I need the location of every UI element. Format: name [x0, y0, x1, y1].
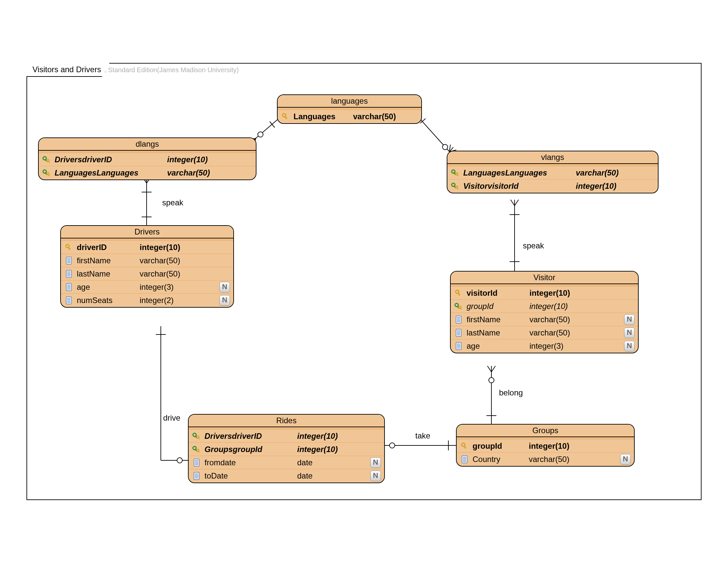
svg-rect-79	[456, 329, 461, 337]
column-type: integer(10)	[140, 243, 199, 252]
entity-title: Visitor	[451, 271, 638, 284]
column-type: varchar(50)	[140, 256, 199, 265]
svg-rect-47	[66, 257, 71, 264]
column-icon	[454, 342, 463, 350]
svg-rect-97	[194, 459, 199, 466]
column-type: integer(10)	[297, 445, 363, 454]
entity-dlangs[interactable]: dlangs DriversdriverIDinteger(10)Languag…	[38, 137, 256, 180]
column-name: groupId	[467, 302, 523, 311]
entity-visitor[interactable]: Visitor visitorIdinteger(10)groupIdinteg…	[450, 271, 639, 353]
column-type: varchar(50)	[353, 112, 413, 121]
column-icon	[454, 329, 463, 337]
nullable-badge: N	[219, 282, 230, 293]
entity-title: languages	[278, 95, 421, 108]
column-type: varchar(50)	[529, 328, 592, 338]
entity-title: vlangs	[447, 151, 658, 164]
svg-rect-110	[462, 456, 467, 463]
column-name: driverID	[77, 243, 133, 252]
foreign-key-icon	[42, 169, 51, 176]
foreign-key-icon	[454, 303, 463, 310]
column-name: lastName	[77, 269, 133, 278]
entity-languages[interactable]: languages Languagesvarchar(50)	[277, 94, 422, 124]
column-type: integer(10)	[297, 432, 363, 441]
foreign-key-icon	[42, 156, 51, 163]
column-type: varchar(50)	[529, 315, 592, 324]
column-icon	[192, 472, 201, 480]
table-column: toDatedateN	[189, 469, 384, 483]
column-name: visitorId	[467, 289, 523, 298]
table-column: LanguagesLanguagesvarchar(50)	[447, 166, 658, 179]
table-column: DriversdriverIDinteger(10)	[189, 430, 384, 443]
entity-drivers[interactable]: Drivers driverIDinteger(10)firstNamevarc…	[60, 225, 234, 308]
column-name: age	[467, 342, 523, 351]
table-column: lastNamevarchar(50)	[61, 267, 233, 280]
svg-rect-102	[194, 472, 199, 480]
column-icon	[454, 316, 463, 324]
column-name: GroupsgroupId	[205, 445, 291, 454]
diagram-canvas: Visual Paradigm for UML Standard Edition…	[0, 0, 728, 563]
rel-label-speak-drivers: speak	[162, 198, 183, 207]
svg-rect-62	[66, 297, 71, 304]
column-name: LanguagesLanguages	[463, 168, 569, 177]
table-column: numSeatsinteger(2)N	[61, 294, 233, 307]
column-name: lastName	[467, 328, 523, 338]
column-name: VisitorvisitorId	[463, 181, 569, 191]
entity-vlangs[interactable]: vlangs LanguagesLanguagesvarchar(50)Visi…	[447, 151, 659, 193]
column-name: numSeats	[77, 296, 133, 305]
primary-key-icon	[64, 244, 73, 251]
column-icon	[64, 257, 73, 264]
column-name: DriversdriverID	[205, 432, 291, 441]
column-name: firstName	[467, 315, 523, 324]
column-icon	[64, 270, 73, 278]
column-name: DriversdriverID	[55, 155, 160, 164]
column-type: integer(10)	[529, 442, 592, 451]
column-type: integer(10)	[167, 155, 227, 164]
primary-key-icon	[460, 443, 469, 450]
column-type: varchar(50)	[576, 168, 635, 177]
nullable-badge: N	[624, 341, 635, 352]
table-column: DriversdriverIDinteger(10)	[39, 153, 256, 166]
svg-rect-84	[456, 343, 461, 350]
column-type: varchar(50)	[140, 269, 199, 278]
diagram-title: Visitors and Drivers	[26, 63, 110, 77]
table-column: Countryvarchar(50)N	[457, 453, 634, 466]
column-name: groupId	[473, 442, 522, 451]
column-icon	[192, 459, 201, 467]
column-type: integer(3)	[140, 283, 199, 292]
nullable-badge: N	[624, 314, 635, 325]
column-type: date	[297, 458, 363, 467]
column-type: integer(3)	[529, 342, 592, 351]
table-column: firstNamevarchar(50)	[61, 254, 233, 267]
foreign-key-icon	[451, 182, 460, 190]
foreign-key-icon	[451, 169, 460, 176]
column-icon	[64, 283, 73, 291]
rel-label-belong: belong	[499, 388, 523, 398]
column-type: integer(2)	[140, 296, 199, 305]
table-column: VisitorvisitorIdinteger(10)	[447, 179, 658, 193]
nullable-badge: N	[370, 471, 381, 481]
entity-groups[interactable]: Groups groupIdinteger(10)Countryvarchar(…	[456, 424, 635, 467]
primary-key-icon	[281, 113, 290, 120]
entity-rides[interactable]: Rides DriversdriverIDinteger(10)Groupsgr…	[188, 414, 385, 483]
rel-label-take: take	[415, 431, 430, 441]
column-name: Languages	[294, 112, 346, 121]
nullable-badge: N	[620, 454, 631, 465]
entity-title: Rides	[189, 415, 384, 427]
nullable-badge: N	[624, 328, 635, 338]
table-column: Languagesvarchar(50)	[278, 110, 421, 123]
foreign-key-icon	[192, 433, 201, 440]
entity-title: Groups	[457, 425, 634, 437]
column-name: LanguagesLanguages	[55, 168, 160, 177]
table-column: GroupsgroupIdinteger(10)	[189, 443, 384, 456]
column-type: integer(10)	[529, 302, 592, 311]
column-icon	[64, 297, 73, 305]
svg-rect-74	[456, 316, 461, 323]
column-type: varchar(50)	[529, 455, 592, 464]
column-name: firstName	[77, 256, 133, 265]
column-type: integer(10)	[529, 289, 592, 298]
nullable-badge: N	[370, 457, 381, 468]
rel-label-drive: drive	[163, 413, 180, 423]
table-column: lastNamevarchar(50)N	[451, 326, 638, 340]
primary-key-icon	[454, 290, 463, 297]
column-name: age	[77, 283, 133, 292]
